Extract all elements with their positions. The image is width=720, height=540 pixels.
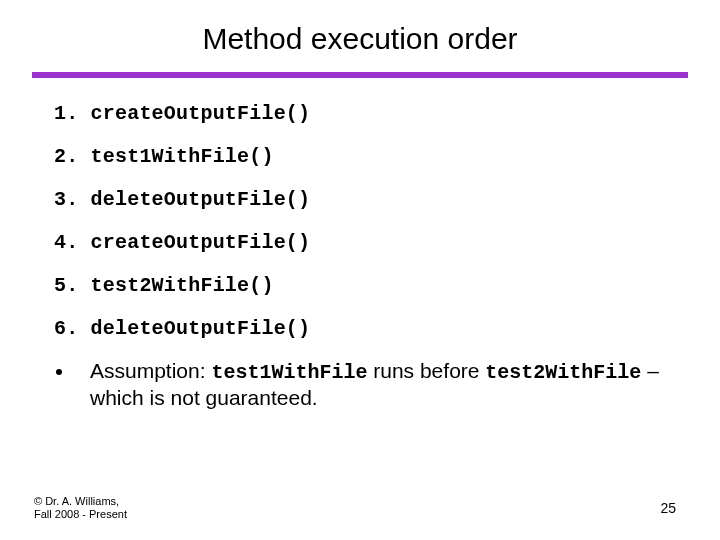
footer-author-line1: © Dr. A. Williams, [34, 495, 127, 509]
list-item: 5. test2WithFile() [54, 264, 666, 307]
code-ref-1: test1WithFile [211, 361, 367, 384]
text-lead: Assumption: [90, 359, 211, 382]
slide-title: Method execution order [0, 0, 720, 66]
assumption-text: Assumption: test1WithFile runs before te… [90, 358, 666, 411]
list-item: 4. createOutputFile() [54, 221, 666, 264]
divider [32, 72, 688, 78]
slide: Method execution order 1. createOutputFi… [0, 0, 720, 540]
list-item: 6. deleteOutputFile() [54, 307, 666, 350]
bullet-icon [56, 369, 62, 375]
content-area: 1. createOutputFile() 2. test1WithFile()… [0, 84, 720, 411]
list-item: 3. deleteOutputFile() [54, 178, 666, 221]
list-item: 2. test1WithFile() [54, 135, 666, 178]
page-number: 25 [660, 500, 676, 516]
footer-author: © Dr. A. Williams, Fall 2008 - Present [34, 495, 127, 523]
assumption-bullet: Assumption: test1WithFile runs before te… [54, 350, 666, 411]
code-ref-2: test2WithFile [485, 361, 641, 384]
text-mid: runs before [367, 359, 485, 382]
list-item: 1. createOutputFile() [54, 92, 666, 135]
footer-author-line2: Fall 2008 - Present [34, 508, 127, 522]
